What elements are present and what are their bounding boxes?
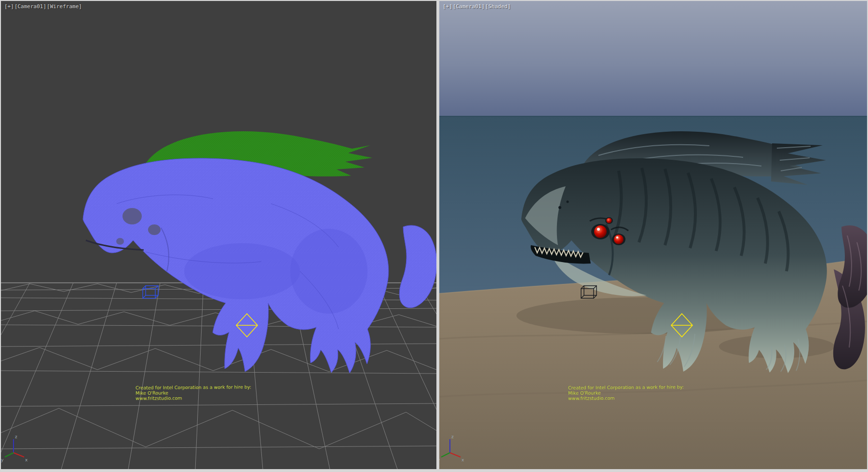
axis-x-label: x (25, 458, 28, 462)
sky (439, 1, 867, 117)
nostril (558, 206, 561, 209)
axis-z-label: z (15, 434, 17, 439)
viewport-menu-general[interactable]: [+] (4, 3, 14, 10)
watermark-line1: Created for Intel Corporation as a work … (568, 384, 684, 390)
world-axis-tripod: z x y (1, 434, 28, 462)
axis-z-label: z (451, 434, 454, 439)
eye-small (607, 218, 612, 223)
viewport-menu-shading[interactable]: [Wireframe] (47, 3, 82, 10)
eye-left (594, 225, 607, 238)
eye-spot-small (148, 224, 161, 235)
axis-x-label: x (461, 458, 464, 462)
viewport-menu-pov[interactable]: [Camera01] (453, 3, 485, 10)
fish-model-wireframe[interactable] (83, 131, 436, 373)
viewport-label-left: [+][Camera01][Wireframe] (4, 3, 82, 10)
nostril (567, 201, 569, 203)
watermark-line3: www.fritzstudio.com (568, 395, 684, 401)
viewport-area: [+][Camera01][Wireframe] (0, 0, 868, 472)
viewport-menu-pov[interactable]: [Camera01] (14, 3, 46, 10)
watermark-line1: Created for Intel Corporation as a work … (136, 384, 251, 390)
viewport-wireframe[interactable]: [+][Camera01][Wireframe] (1, 1, 436, 469)
dummy-box-helper[interactable] (143, 286, 158, 298)
eye-spot-large (122, 208, 142, 224)
axis-y-label: y (1, 458, 4, 462)
viewport-shaded[interactable]: [+][Camera01][Shaded] (439, 1, 867, 469)
viewport-menu-general[interactable]: [+] (443, 3, 452, 10)
watermark-text: Created for Intel Corporation as a work … (136, 384, 251, 401)
eye-right (614, 235, 624, 244)
watermark-text: Created for Intel Corporation as a work … (568, 384, 684, 401)
watermark-line3: www.fritzstudio.com (136, 395, 251, 401)
viewport-label-right: [+][Camera01][Shaded] (443, 3, 511, 10)
viewport-menu-shading[interactable]: [Shaded] (485, 3, 511, 10)
